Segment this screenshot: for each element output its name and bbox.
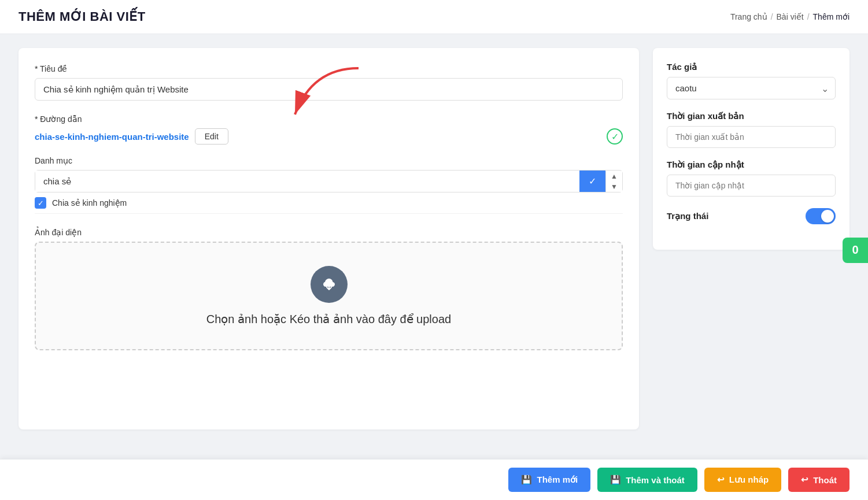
upload-label: Ảnh đại diện [35, 228, 623, 237]
category-confirm-button[interactable]: ✓ [579, 171, 605, 192]
left-panel: * Tiêu đề * Đường dẫn chia-se-kinh-nghie… [19, 48, 639, 429]
update-time-field: Thời gian cập nhật [667, 160, 836, 197]
scroll-down-button[interactable]: ▼ [605, 182, 622, 192]
category-item-row[interactable]: ✓ Chia sẻ kinh nghiệm [35, 192, 623, 214]
breadcrumb-current: Thêm mới [813, 12, 849, 21]
page-title: THÊM MỚI BÀI VIẾT [19, 9, 146, 24]
title-field-group: * Tiêu đề [35, 64, 623, 101]
thoat-button[interactable]: ↩ Thoát [788, 468, 849, 492]
right-panel: Tác giả caotu ⌄ Thời gian xuất bản Thời … [653, 48, 849, 250]
update-time-label: Thời gian cập nhật [667, 160, 836, 170]
url-link[interactable]: chia-se-kinh-nghiem-quan-tri-website [35, 132, 189, 142]
publish-time-input[interactable] [667, 126, 836, 148]
category-label: Danh mục [35, 156, 623, 165]
luu-nhap-button[interactable]: ↩ Lưu nháp [704, 468, 781, 492]
upload-text: Chọn ảnh hoặc Kéo thả ảnh vào đây để upl… [47, 312, 610, 326]
author-select-wrapper: caotu ⌄ [667, 77, 836, 99]
breadcrumb-section[interactable]: Bài viết [777, 12, 804, 21]
scroll-up-button[interactable]: ▲ [605, 171, 622, 182]
title-input[interactable] [35, 78, 623, 101]
category-checkbox-label: Chia sẻ kinh nghiệm [52, 198, 127, 208]
upload-section: Ảnh đại diện Chọn ảnh hoặc Kéo thả ảnh v… [35, 228, 623, 350]
status-label: Trạng thái [667, 211, 708, 221]
status-field: Trạng thái [667, 208, 836, 224]
upload-dropzone[interactable]: Chọn ảnh hoặc Kéo thả ảnh vào đây để upl… [35, 242, 623, 350]
luu-nhap-label: Lưu nháp [729, 475, 769, 485]
them-va-thoat-label: Thêm và thoát [626, 475, 685, 485]
them-moi-button[interactable]: 💾 Thêm mới [508, 468, 590, 492]
luu-nhap-icon: ↩ [717, 475, 725, 485]
status-toggle[interactable] [806, 208, 836, 224]
page-header: THÊM MỚI BÀI VIẾT Trang chủ / Bài viết /… [0, 0, 868, 34]
thoat-label: Thoát [813, 475, 837, 485]
author-field: Tác giả caotu ⌄ [667, 62, 836, 99]
category-input[interactable] [35, 171, 579, 192]
url-label: * Đường dẫn [35, 114, 623, 124]
author-label: Tác giả [667, 62, 836, 72]
upload-cloud-icon [311, 266, 348, 303]
toggle-knob [821, 210, 834, 223]
them-va-thoat-icon: 💾 [610, 475, 621, 485]
category-scroll-arrows: ▲ ▼ [605, 171, 622, 192]
thoat-icon: ↩ [801, 475, 808, 485]
breadcrumb-home[interactable]: Trang chủ [730, 12, 767, 21]
them-moi-icon: 💾 [521, 475, 532, 485]
title-label: * Tiêu đề [35, 64, 623, 73]
badge-value: 0 [852, 243, 858, 257]
them-moi-label: Thêm mới [537, 475, 578, 485]
status-toggle-row: Trạng thái [667, 208, 836, 224]
publish-time-field: Thời gian xuất bản [667, 111, 836, 148]
breadcrumb-sep1: / [771, 12, 773, 21]
breadcrumb-sep2: / [807, 12, 810, 21]
checkmark-icon: ✓ [589, 176, 596, 187]
author-select[interactable]: caotu [667, 77, 836, 99]
publish-time-label: Thời gian xuất bản [667, 111, 836, 121]
bottom-action-bar: 💾 Thêm mới 💾 Thêm và thoát ↩ Lưu nháp ↩ … [0, 459, 868, 500]
main-container: * Tiêu đề * Đường dẫn chia-se-kinh-nghie… [0, 34, 868, 443]
url-section: * Đường dẫn chia-se-kinh-nghiem-quan-tri… [35, 114, 623, 145]
category-checkbox[interactable]: ✓ [35, 197, 46, 209]
edit-url-button[interactable]: Edit [195, 128, 228, 145]
update-time-input[interactable] [667, 175, 836, 197]
them-va-thoat-button[interactable]: 💾 Thêm và thoát [597, 468, 697, 492]
floating-badge[interactable]: 0 [843, 238, 868, 263]
upload-icon-wrapper [47, 266, 610, 303]
url-check-icon: ✓ [607, 128, 623, 145]
category-section: Danh mục ✓ ▲ ▼ ✓ Chia sẻ kinh nghiệm [35, 156, 623, 214]
url-row: chia-se-kinh-nghiem-quan-tri-website Edi… [35, 128, 623, 145]
breadcrumb: Trang chủ / Bài viết / Thêm mới [730, 12, 849, 21]
